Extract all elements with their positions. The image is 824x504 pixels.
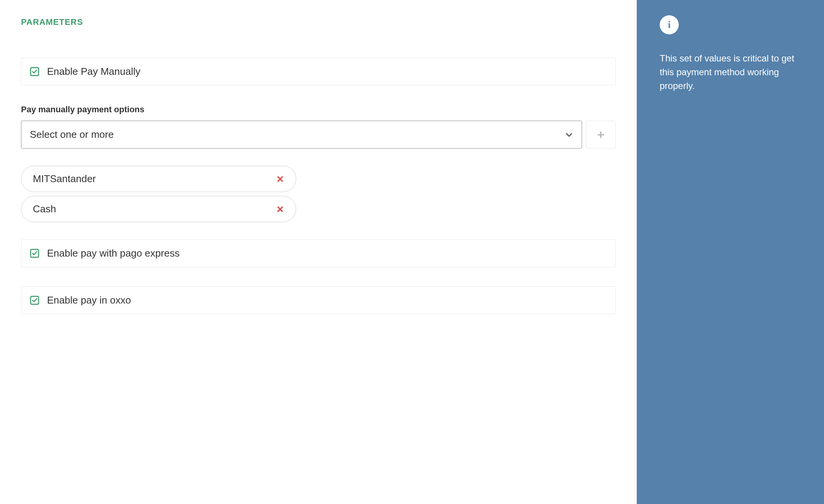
payment-options-label: Pay manually payment options: [21, 105, 616, 115]
selected-options-list: MITSantander Cash: [21, 166, 616, 222]
info-text: This set of values is critical to get th…: [660, 52, 801, 93]
enable-pay-manually-card[interactable]: Enable Pay Manually: [21, 58, 616, 86]
main-content: PARAMETERS Enable Pay Manually Pay manua…: [0, 0, 637, 504]
enable-oxxo-label: Enable pay in oxxo: [47, 294, 131, 306]
select-placeholder: Select one or more: [30, 129, 114, 141]
info-icon: i: [660, 15, 679, 34]
payment-options-select[interactable]: Select one or more: [21, 121, 582, 149]
add-option-button[interactable]: [586, 121, 616, 149]
plus-icon: [597, 131, 605, 139]
section-title: PARAMETERS: [21, 17, 616, 27]
selected-option-pill: Cash: [21, 196, 296, 222]
remove-option-icon[interactable]: [276, 205, 284, 213]
enable-oxxo-card[interactable]: Enable pay in oxxo: [21, 286, 616, 314]
enable-pago-express-card[interactable]: Enable pay with pago express: [21, 239, 616, 267]
remove-option-icon[interactable]: [276, 175, 284, 183]
info-letter: i: [668, 19, 670, 31]
selected-option-pill: MITSantander: [21, 166, 296, 192]
checkbox-checked-icon: [30, 249, 39, 258]
checkbox-checked-icon: [30, 67, 39, 76]
checkbox-checked-icon: [30, 296, 39, 305]
enable-pay-manually-label: Enable Pay Manually: [47, 66, 140, 78]
chevron-down-icon: [565, 131, 573, 139]
pill-label: Cash: [33, 203, 56, 215]
pill-label: MITSantander: [33, 173, 96, 185]
info-sidebar: i This set of values is critical to get …: [637, 0, 824, 504]
enable-pago-express-label: Enable pay with pago express: [47, 247, 180, 259]
select-row: Select one or more: [21, 121, 616, 149]
